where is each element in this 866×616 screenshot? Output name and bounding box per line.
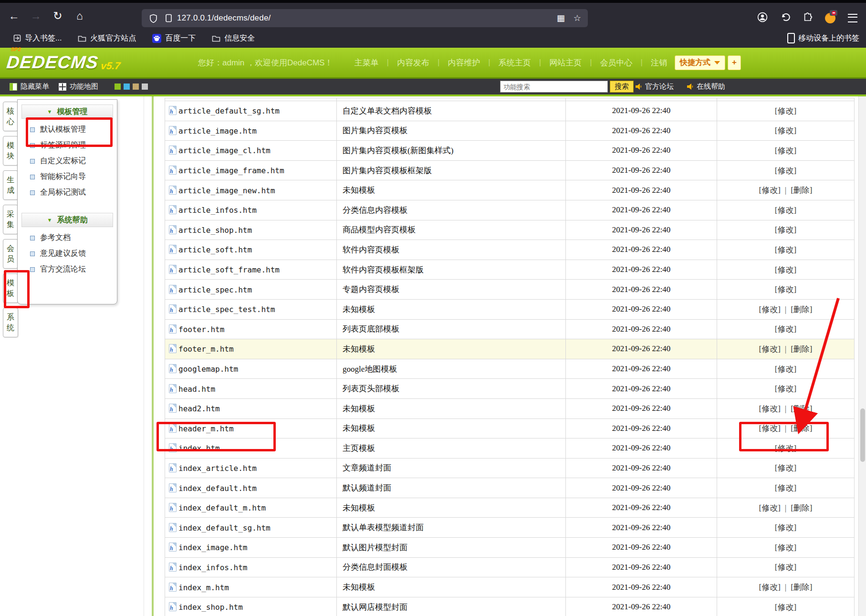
- theme-color-squares[interactable]: [115, 84, 148, 90]
- bookmark-firefox-site[interactable]: 火狐官方站点: [75, 31, 139, 45]
- bookmark-baidu[interactable]: 百度一下: [149, 31, 198, 45]
- sidebar-item-feedback[interactable]: 意见建议反馈: [18, 246, 117, 261]
- sidebar-tab-core[interactable]: 核心: [3, 102, 18, 131]
- shield-icon[interactable]: [149, 14, 157, 23]
- menu-publish[interactable]: 内容发布: [389, 57, 438, 68]
- menu-site-home[interactable]: 网站主页: [541, 57, 590, 68]
- menu-main[interactable]: 主菜单: [346, 57, 386, 68]
- sidebar-tab-collect[interactable]: 采集: [3, 205, 18, 234]
- add-shortcut-button[interactable]: +: [728, 55, 741, 70]
- modify-link[interactable]: [修改]: [759, 503, 780, 512]
- sidebar-tab-template[interactable]: 模板: [3, 273, 18, 303]
- hide-menu-button[interactable]: 隐藏菜单: [10, 82, 49, 91]
- sidebar-item-default-template[interactable]: 默认模板管理: [18, 122, 117, 137]
- template-file-name: index_default_sg.htm: [178, 523, 271, 532]
- theme-color-square[interactable]: [133, 84, 139, 90]
- content-scrollbar[interactable]: [858, 96, 866, 616]
- modify-link[interactable]: [修改]: [775, 563, 796, 572]
- section-template-management[interactable]: ▼模板管理: [21, 104, 113, 119]
- sidebar-item-official-forum[interactable]: 官方交流论坛: [18, 261, 117, 277]
- menu-member-center[interactable]: 会员中心: [592, 57, 641, 68]
- bookmark-infosec[interactable]: 信息安全: [209, 31, 258, 45]
- modify-link[interactable]: [修改]: [775, 324, 796, 334]
- qr-translate-icon[interactable]: ▦: [557, 13, 565, 23]
- extension-fox-icon[interactable]: [825, 13, 835, 23]
- official-forum-link[interactable]: 官方论坛: [636, 82, 674, 91]
- operations-cell: [修改]: [717, 597, 855, 616]
- modify-link[interactable]: [修改]: [759, 345, 780, 354]
- delete-link[interactable]: [删除]: [791, 305, 812, 314]
- extensions-puzzle-icon[interactable]: [803, 12, 813, 24]
- sidebar-item-smart-tag-wizard[interactable]: 智能标记向导: [18, 169, 117, 185]
- url-text[interactable]: 127.0.0.1/dedecms/dede/: [177, 13, 548, 23]
- menu-system-home[interactable]: 系统主页: [490, 57, 539, 68]
- modify-link[interactable]: [修改]: [775, 225, 796, 234]
- sidebar-item-reference-docs[interactable]: 参考文档: [18, 230, 117, 246]
- phone-icon: [787, 33, 795, 43]
- delete-link[interactable]: [删除]: [791, 404, 812, 413]
- bullet-icon: [30, 236, 35, 240]
- account-icon[interactable]: [757, 12, 768, 24]
- menu-maintain[interactable]: 内容维护: [439, 57, 488, 68]
- menu-hamburger-icon[interactable]: [848, 14, 857, 22]
- section-system-help[interactable]: ▼系统帮助: [21, 213, 113, 227]
- theme-color-square[interactable]: [115, 84, 121, 90]
- reload-button[interactable]: ↻: [50, 8, 66, 24]
- home-button[interactable]: ⌂: [72, 8, 88, 24]
- modify-link[interactable]: [修改]: [775, 166, 796, 175]
- online-help-link[interactable]: 在线帮助: [687, 82, 725, 91]
- modify-link[interactable]: [修改]: [759, 424, 780, 433]
- page-info-icon[interactable]: [165, 14, 172, 22]
- modify-link[interactable]: [修改]: [775, 285, 796, 294]
- htm-file-icon: [169, 543, 177, 552]
- delete-link[interactable]: [删除]: [791, 583, 812, 592]
- htm-file-icon: [169, 126, 177, 135]
- menu-logout[interactable]: 注销: [643, 57, 675, 68]
- bookmark-star-icon[interactable]: ☆: [574, 13, 581, 23]
- back-button[interactable]: ←: [6, 8, 22, 24]
- forward-button[interactable]: →: [28, 8, 44, 24]
- modify-link[interactable]: [修改]: [775, 126, 796, 135]
- delete-link[interactable]: [删除]: [791, 503, 812, 512]
- theme-color-square[interactable]: [124, 84, 130, 90]
- modify-link[interactable]: [修改]: [775, 265, 796, 274]
- shortcut-button[interactable]: 快捷方式: [675, 55, 725, 70]
- modify-link[interactable]: [修改]: [775, 543, 796, 552]
- modify-link[interactable]: [修改]: [775, 463, 796, 472]
- scrollbar-thumb[interactable]: [860, 408, 865, 462]
- separator: |: [785, 583, 786, 592]
- sidebar-tab-module[interactable]: 模块: [3, 136, 18, 166]
- search-button[interactable]: 搜索: [610, 81, 634, 93]
- sidebar-item-tag-source[interactable]: 标签源码管理: [18, 137, 117, 153]
- modify-link[interactable]: [修改]: [775, 523, 796, 532]
- theme-color-square[interactable]: [142, 84, 148, 90]
- url-bar[interactable]: 127.0.0.1/dedecms/dede/ ▦ ☆: [142, 9, 588, 27]
- htm-file-icon: [169, 463, 177, 472]
- modify-link[interactable]: [修改]: [775, 206, 796, 215]
- modify-link[interactable]: [修改]: [759, 186, 780, 195]
- function-map-button[interactable]: 功能地图: [59, 82, 98, 91]
- delete-link[interactable]: [删除]: [791, 345, 812, 354]
- modify-link[interactable]: [修改]: [775, 365, 796, 374]
- modify-link[interactable]: [修改]: [759, 404, 780, 413]
- modify-link[interactable]: [修改]: [759, 305, 780, 314]
- modify-link[interactable]: [修改]: [775, 146, 796, 155]
- search-input[interactable]: [500, 81, 608, 93]
- modify-link[interactable]: [修改]: [775, 106, 796, 115]
- delete-link[interactable]: [删除]: [791, 424, 812, 433]
- delete-link[interactable]: [删除]: [791, 186, 812, 195]
- sidebar-tab-system[interactable]: 系统: [3, 308, 18, 337]
- modify-link[interactable]: [修改]: [775, 603, 796, 612]
- modify-link[interactable]: [修改]: [775, 483, 796, 492]
- undo-history-icon[interactable]: [780, 12, 791, 24]
- modify-link[interactable]: [修改]: [775, 384, 796, 393]
- modify-link[interactable]: [修改]: [759, 583, 780, 592]
- mobile-bookmarks[interactable]: 移动设备上的书签: [787, 33, 859, 43]
- modify-link[interactable]: [修改]: [775, 245, 796, 254]
- sidebar-tab-generate[interactable]: 生成: [3, 170, 18, 200]
- modify-link[interactable]: [修改]: [775, 444, 796, 453]
- sidebar-item-global-tag-test[interactable]: 全局标记测试: [18, 185, 117, 200]
- sidebar-tab-member[interactable]: 会员: [3, 239, 18, 269]
- bookmark-import[interactable]: 导入书签...: [10, 31, 64, 45]
- sidebar-item-custom-macro[interactable]: 自定义宏标记: [18, 153, 117, 169]
